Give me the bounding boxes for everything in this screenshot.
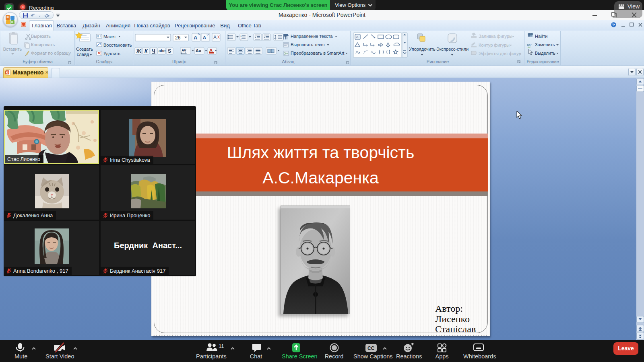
svg-text:A: A: [356, 35, 359, 39]
svg-text:AV: AV: [182, 48, 186, 52]
svg-text:Эффекты для фигур: Эффекты для фигур: [479, 51, 521, 56]
svg-text:ac: ac: [528, 45, 531, 49]
svg-text:Aa: Aa: [196, 48, 202, 53]
svg-text:А: А: [209, 48, 213, 53]
svg-text:Заливка фигуры: Заливка фигуры: [479, 34, 512, 39]
svg-text:CC: CC: [367, 346, 375, 351]
svg-text:?: ?: [613, 23, 615, 27]
svg-text:Вставить: Вставить: [3, 47, 22, 51]
svg-text:К: К: [144, 48, 148, 54]
svg-text:Найти: Найти: [535, 34, 547, 39]
svg-text:слайд: слайд: [77, 52, 89, 57]
svg-text:Копировать: Копировать: [31, 42, 55, 47]
svg-text:Заменить: Заменить: [535, 42, 555, 47]
svg-text:Направление текста: Направление текста: [291, 34, 333, 39]
svg-text:Ч: Ч: [152, 48, 155, 54]
svg-text:А: А: [203, 35, 206, 40]
svg-text:Формат по образцу: Формат по образцу: [31, 51, 71, 56]
svg-text:Ж: Ж: [136, 48, 141, 54]
svg-text:А: А: [194, 35, 198, 41]
svg-text:Выделить: Выделить: [535, 51, 555, 56]
svg-text:abc: abc: [159, 49, 166, 53]
svg-text:S: S: [168, 48, 171, 54]
svg-text:11: 11: [219, 343, 224, 349]
svg-text:26: 26: [175, 35, 181, 41]
svg-text:Контур фигуры: Контур фигуры: [479, 43, 510, 47]
svg-text:Выровнять текст: Выровнять текст: [291, 42, 325, 47]
svg-text:Упорядочить: Упорядочить: [409, 47, 436, 51]
svg-text:Преобразовать в SmartArt: Преобразовать в SmartArt: [291, 51, 344, 56]
svg-text:Вырезать: Вырезать: [31, 34, 51, 39]
svg-text:Восстановить: Восстановить: [103, 43, 132, 47]
svg-text:А: А: [213, 35, 217, 40]
svg-text:Создать: Создать: [76, 47, 93, 51]
svg-text:Экспресс-стили: Экспресс-стили: [436, 47, 469, 51]
svg-text:Макет: Макет: [103, 34, 116, 39]
svg-text:Удалить: Удалить: [103, 51, 120, 56]
